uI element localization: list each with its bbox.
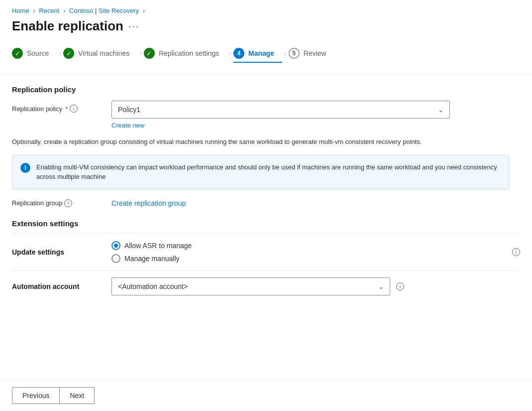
radio-allow-asr-label: Allow ASR to manage: [124, 242, 192, 250]
update-settings-control: Allow ASR to manage Manage manually: [111, 241, 512, 263]
create-replication-group-link[interactable]: Create replication group: [111, 199, 186, 207]
step-source-checkmark: ✓: [12, 48, 23, 59]
step-review-label: Review: [304, 49, 326, 57]
breadcrumb-recent[interactable]: Recent: [39, 7, 59, 14]
radio-allow-asr[interactable]: Allow ASR to manage: [111, 241, 512, 250]
replication-group-label: Replication group i: [12, 199, 111, 207]
radio-manage-manually-button[interactable]: [111, 254, 120, 263]
step-vm-label: Virtual machines: [78, 49, 129, 57]
automation-account-info-icon[interactable]: i: [396, 282, 404, 290]
automation-account-select-wrapper: <Automation account> ⌄: [111, 277, 390, 295]
automation-account-row: Automation account <Automation account> …: [12, 270, 520, 302]
replication-group-info-icon[interactable]: i: [64, 199, 72, 207]
main-content: Replication policy Replication policy * …: [0, 75, 532, 312]
step-source-label: Source: [27, 49, 49, 57]
extension-settings-title: Extension settings: [12, 219, 520, 228]
breadcrumb-home[interactable]: Home: [12, 7, 29, 14]
info-banner-icon: i: [20, 163, 30, 173]
page-options-dots[interactable]: ···: [128, 20, 140, 32]
step-review-num: 5: [289, 48, 300, 59]
step-rep-checkmark: ✓: [144, 48, 155, 59]
description-text: Optionally, create a replication group c…: [12, 137, 490, 147]
page-title-row: Enable replication ···: [0, 18, 532, 44]
breadcrumb-contoso[interactable]: Contoso: [69, 7, 93, 14]
step-manage-num: 4: [233, 48, 244, 59]
replication-policy-row: Replication policy * i Policy1 ⌄ Create …: [12, 101, 520, 129]
automation-account-control: <Automation account> ⌄: [111, 277, 390, 295]
wizard-steps: ✓ Source › ✓ Virtual machines › ✓ Replic…: [0, 44, 532, 75]
radio-manage-manually-label: Manage manually: [124, 255, 180, 263]
extension-settings-section: Extension settings Update settings Allow…: [12, 219, 520, 302]
breadcrumb: Home › Recent › Contoso | Site Recovery …: [0, 0, 532, 18]
step-source[interactable]: ✓ Source: [12, 44, 57, 63]
step-review[interactable]: 5 Review: [289, 44, 334, 63]
info-banner: i Enabling multi-VM consistency can impa…: [12, 155, 510, 189]
footer: Previous Next: [0, 380, 532, 411]
previous-button[interactable]: Previous: [12, 387, 59, 404]
update-settings-row: Update settings Allow ASR to manage Mana…: [12, 234, 520, 270]
radio-manage-manually[interactable]: Manage manually: [111, 254, 512, 263]
page-title: Enable replication: [12, 18, 123, 34]
replication-group-row: Replication group i Create replication g…: [12, 199, 520, 207]
update-settings-info-icon[interactable]: i: [512, 248, 520, 256]
info-banner-text: Enabling multi-VM consistency can impact…: [36, 162, 501, 182]
replication-policy-section-title: Replication policy: [12, 85, 520, 94]
replication-policy-control: Policy1 ⌄ Create new: [111, 101, 450, 129]
required-indicator: *: [65, 105, 68, 113]
step-manage[interactable]: 4 Manage: [233, 44, 282, 63]
update-settings-label: Update settings: [12, 248, 111, 256]
replication-group-control: Create replication group: [111, 199, 186, 207]
step-manage-label: Manage: [248, 49, 274, 57]
step-vm-checkmark: ✓: [63, 48, 74, 59]
step-virtual-machines[interactable]: ✓ Virtual machines: [63, 44, 137, 63]
replication-policy-select-wrapper: Policy1 ⌄: [111, 101, 450, 119]
create-new-policy-link[interactable]: Create new: [111, 122, 144, 129]
replication-policy-select[interactable]: Policy1: [111, 101, 450, 119]
automation-account-label: Automation account: [12, 282, 111, 290]
replication-policy-label: Replication policy * i: [12, 101, 111, 113]
replication-policy-info-icon[interactable]: i: [70, 105, 78, 113]
next-button[interactable]: Next: [59, 387, 95, 404]
step-replication-settings[interactable]: ✓ Replication settings: [144, 44, 227, 63]
step-rep-label: Replication settings: [159, 49, 219, 57]
breadcrumb-site-recovery[interactable]: Site Recovery: [99, 7, 139, 14]
automation-account-select[interactable]: <Automation account>: [111, 277, 390, 295]
radio-allow-asr-button[interactable]: [111, 241, 120, 250]
